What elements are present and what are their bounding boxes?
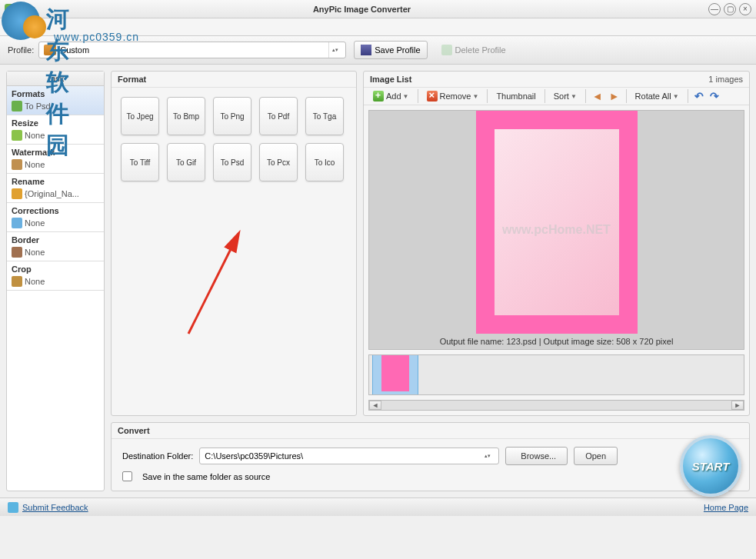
menu-file[interactable]: File [5, 22, 18, 32]
sort-button[interactable]: Sort▼ [549, 88, 581, 105]
menu-help[interactable]: Help [26, 22, 44, 32]
sidebar-item-title: Corrections [12, 206, 99, 215]
app-icon [5, 4, 15, 15]
format-button-to-tga[interactable]: To Tga [305, 97, 344, 135]
sidebar-item-value: None [12, 218, 99, 228]
task-sidebar: Task FormatsTo PsdResizeNoneWatermarkNon… [6, 71, 105, 491]
thumbnail-item[interactable]: 123.bmp [372, 354, 418, 395]
delete-profile-button: Delete Profile [435, 41, 512, 59]
x-icon [427, 91, 438, 101]
minimize-button[interactable]: — [708, 3, 721, 15]
sidebar-item-value: {Original_Na... [12, 188, 99, 199]
start-button[interactable]: START [680, 435, 741, 497]
sidebar-item-value: None [12, 130, 99, 141]
format-button-to-gif[interactable]: To Gif [167, 143, 205, 181]
sidebar-item-title: Watermark [12, 148, 99, 157]
sidebar-item-icon [12, 188, 22, 199]
task-header: Task [7, 72, 104, 86]
image-list-panel: Image List 1 images Add▼ Remove▼ Thumbna… [363, 71, 750, 416]
home-page-link[interactable]: Home Page [704, 503, 748, 512]
remove-button[interactable]: Remove▼ [422, 88, 484, 105]
format-button-to-tiff[interactable]: To Tiff [121, 143, 159, 181]
sidebar-item-title: Resize [12, 118, 99, 128]
feedback-icon [8, 502, 18, 513]
horizontal-scrollbar[interactable]: ◄ ► [368, 400, 744, 411]
destination-label: Destination Folder: [122, 451, 193, 461]
chevron-down-icon[interactable]: ▼ [472, 93, 478, 100]
profile-label: Profile: [8, 45, 34, 55]
thumbnail-button[interactable]: Thumbnail [491, 88, 540, 105]
format-button-to-psd[interactable]: To Psd [213, 143, 251, 181]
format-button-to-png[interactable]: To Png [213, 97, 251, 135]
sidebar-item-title: Rename [12, 177, 99, 186]
image-count: 1 images [708, 75, 743, 84]
thumbnail-image [381, 354, 409, 391]
sidebar-item-watermark[interactable]: WatermarkNone [7, 145, 104, 174]
thumbnail-strip: 123.bmp [368, 354, 744, 395]
profile-pic-icon [44, 45, 56, 55]
sidebar-item-title: Crop [12, 265, 99, 274]
submit-feedback-link[interactable]: Submit Feedback [22, 503, 88, 512]
sidebar-item-crop[interactable]: CropNone [7, 261, 104, 291]
sidebar-item-resize[interactable]: ResizeNone [7, 115, 104, 145]
chevron-down-icon[interactable]: ▼ [571, 93, 577, 100]
destination-input[interactable]: C:\Users\pc0359\Pictures\ ▴▾ [199, 448, 499, 464]
format-button-to-pcx[interactable]: To Pcx [259, 143, 298, 181]
annotation-arrow [181, 226, 250, 343]
preview-area: www.pcHome.NET Output file name: 123.psd… [368, 110, 744, 350]
rotate-left-button[interactable]: ↶ [692, 90, 706, 102]
format-button-to-ico[interactable]: To Ico [305, 143, 344, 181]
sidebar-item-value: None [12, 276, 99, 287]
delete-icon [441, 45, 452, 55]
format-header: Format [112, 72, 356, 88]
thumbnail-name: 123.bmp [381, 394, 408, 396]
same-folder-label: Save in the same folder as source [142, 472, 270, 481]
preview-image [369, 111, 744, 334]
sidebar-item-icon [12, 159, 22, 170]
maximize-button[interactable]: ▢ [724, 3, 736, 15]
menubar: File Help [0, 18, 756, 35]
profile-stepper-icon[interactable]: ▴▾ [328, 42, 341, 58]
sidebar-item-title: Border [12, 235, 99, 245]
chevron-down-icon[interactable]: ▼ [673, 93, 679, 100]
sidebar-item-icon [12, 130, 22, 141]
sidebar-item-formats[interactable]: FormatsTo Psd [7, 86, 104, 115]
rotate-all-button[interactable]: Rotate All▼ [631, 88, 684, 105]
profile-toolbar: Profile: Custom ▴▾ Save Profile Delete P… [0, 35, 756, 65]
sidebar-item-border[interactable]: BorderNone [7, 232, 104, 261]
format-button-to-bmp[interactable]: To Bmp [167, 97, 205, 135]
format-button-to-jpeg[interactable]: To Jpeg [121, 97, 159, 135]
convert-header: Convert [112, 423, 749, 439]
scroll-right-button[interactable]: ► [731, 401, 744, 410]
chevron-down-icon[interactable]: ▼ [403, 93, 409, 100]
sidebar-item-rename[interactable]: Rename{Original_Na... [7, 174, 104, 203]
sidebar-item-corrections[interactable]: CorrectionsNone [7, 203, 104, 232]
scroll-left-button[interactable]: ◄ [369, 401, 381, 410]
add-button[interactable]: Add▼ [368, 88, 414, 105]
same-folder-checkbox[interactable] [122, 471, 132, 481]
sidebar-item-icon [12, 276, 22, 287]
sidebar-item-icon [12, 218, 22, 228]
sidebar-item-value: None [12, 159, 99, 170]
open-button[interactable]: Open [574, 447, 618, 465]
statusbar: Submit Feedback Home Page [0, 497, 756, 516]
format-panel: Format To JpegTo BmpTo PngTo PdfTo TgaTo… [111, 71, 357, 416]
prev-image-button[interactable]: ◄ [590, 90, 605, 102]
svg-line-1 [188, 234, 238, 334]
browse-button[interactable]: Browse... [505, 447, 568, 465]
rotate-right-button[interactable]: ↷ [708, 90, 721, 102]
sidebar-item-value: To Psd [12, 101, 99, 111]
titlebar: AnyPic Image Converter — ▢ × [0, 0, 756, 18]
save-profile-button[interactable]: Save Profile [354, 41, 427, 59]
convert-panel: Convert Destination Folder: C:\Users\pc0… [111, 422, 750, 491]
profile-select[interactable]: Custom ▴▾ [38, 42, 346, 58]
window-title: AnyPic Image Converter [18, 5, 705, 14]
close-button[interactable]: × [739, 3, 751, 15]
destination-stepper-icon[interactable]: ▴▾ [481, 453, 494, 459]
format-button-to-pdf[interactable]: To Pdf [259, 97, 298, 135]
profile-value: Custom [60, 45, 89, 55]
destination-value: C:\Users\pc0359\Pictures\ [205, 451, 303, 461]
next-image-button[interactable]: ► [607, 90, 622, 102]
image-list-header: Image List 1 images [364, 72, 749, 88]
sidebar-item-value: None [12, 247, 99, 258]
